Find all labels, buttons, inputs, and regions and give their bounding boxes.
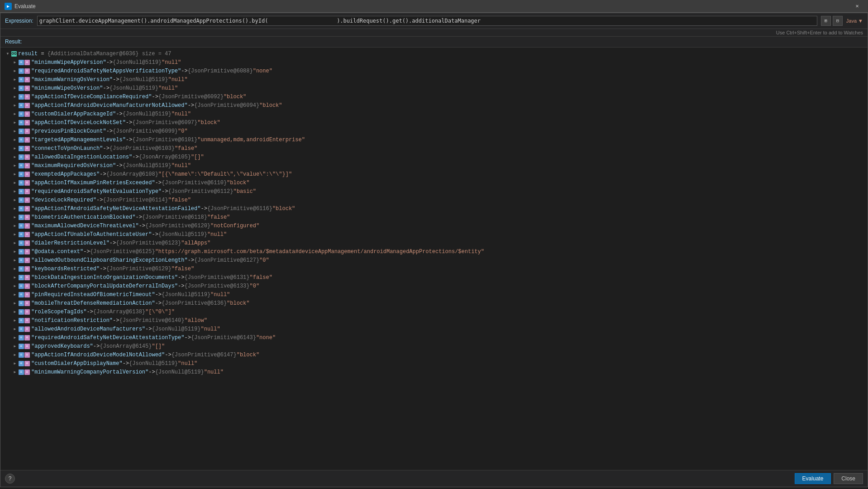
- tree-row[interactable]: ≡≡"exemptedAppPackages" -> {JsonArray@61…: [0, 170, 868, 178]
- tree-row[interactable]: ≡≡"maximumWarningOsVersion" -> {JsonNull…: [0, 75, 868, 84]
- tree-row[interactable]: ≡≡"notificationRestriction" -> {JsonPrim…: [0, 316, 868, 325]
- expand-expression-button[interactable]: ⊞: [821, 16, 831, 26]
- tree-row[interactable]: ≡≡"biometricAuthenticationBlocked" -> {J…: [0, 213, 868, 221]
- language-badge[interactable]: Java ▼: [846, 18, 863, 24]
- tree-row[interactable]: ≡≡"targetedAppManagementLevels" -> {Json…: [0, 135, 868, 144]
- expand-icon[interactable]: [11, 205, 19, 212]
- row-arrow: ->: [181, 68, 187, 74]
- expand-icon[interactable]: [11, 59, 19, 66]
- expand-icon[interactable]: [11, 326, 19, 333]
- expand-icon[interactable]: [11, 360, 19, 367]
- close-window-button[interactable]: ✕: [851, 0, 863, 13]
- expand-icon[interactable]: [11, 85, 19, 92]
- expand-icon[interactable]: [11, 231, 19, 238]
- row-value: "null": [207, 231, 227, 238]
- tree-row[interactable]: ≡≡"maximumAllowedDeviceThreatLevel" -> {…: [0, 221, 868, 230]
- close-button[interactable]: Close: [834, 473, 863, 484]
- tree-area[interactable]: OO result = {AdditionalDataManager@6036}…: [0, 48, 868, 470]
- tree-row[interactable]: ≡≡"pinRequiredInsteadOfBiometricTimeout"…: [0, 290, 868, 299]
- row-arrow: ->: [148, 369, 155, 375]
- shrink-expression-button[interactable]: ⊟: [833, 16, 843, 26]
- row-value: "false": [207, 214, 230, 221]
- tree-row[interactable]: ≡≡"minimumWarningCompanyPortalVersion" -…: [0, 368, 868, 376]
- tree-row[interactable]: ≡≡"connectToVpnOnLaunch" -> {JsonPrimiti…: [0, 144, 868, 153]
- expand-icon[interactable]: [11, 369, 19, 376]
- tree-root-row[interactable]: OO result = {AdditionalDataManager@6036}…: [0, 49, 868, 58]
- expand-icon[interactable]: [11, 257, 19, 264]
- tree-row[interactable]: ≡≡"blockAfterCompanyPortalUpdateDeferral…: [0, 282, 868, 290]
- tree-row[interactable]: ≡≡"appActionIfAndroidSafetyNetDeviceAtte…: [0, 204, 868, 213]
- expand-icon[interactable]: [11, 214, 19, 221]
- expression-input[interactable]: [37, 16, 817, 26]
- expand-icon[interactable]: [11, 171, 19, 178]
- expand-icon[interactable]: [11, 317, 19, 324]
- tree-row[interactable]: ≡≡"customDialerAppPackageId" -> {JsonNul…: [0, 110, 868, 118]
- expand-icon[interactable]: [11, 93, 19, 101]
- expand-icon[interactable]: [11, 76, 19, 83]
- field-icon: ≡: [19, 361, 24, 366]
- tree-row[interactable]: ≡≡"keyboardsRestricted" -> {JsonPrimitiv…: [0, 264, 868, 273]
- tree-row[interactable]: ≡≡"blockDataIngestionIntoOrganizationDoc…: [0, 273, 868, 282]
- tree-row[interactable]: ≡≡"allowedOutboundClipboardSharingExcept…: [0, 256, 868, 264]
- expand-icon[interactable]: [11, 153, 19, 161]
- tree-row[interactable]: ≡≡"mobileThreatDefenseRemediationAction"…: [0, 299, 868, 307]
- expand-icon[interactable]: [11, 265, 19, 273]
- tree-row[interactable]: ≡≡"minimumWipeAppVersion" -> {JsonNull@5…: [0, 58, 868, 67]
- expand-icon[interactable]: [11, 145, 19, 152]
- expand-icon[interactable]: [11, 162, 19, 169]
- expand-icon[interactable]: [11, 188, 19, 195]
- expand-icon[interactable]: [11, 67, 19, 75]
- tree-row[interactable]: ≡≡"customDialerAppDisplayName" -> {JsonN…: [0, 359, 868, 368]
- tree-row[interactable]: ≡≡"requiredAndroidSafetyNetAppsVerificat…: [0, 67, 868, 75]
- row-value: "basic": [233, 188, 256, 195]
- tree-row[interactable]: ≡≡"minimumWipeOsVersion" -> {JsonNull@51…: [0, 84, 868, 92]
- tree-row[interactable]: ≡≡"previousPinBlockCount" -> {JsonPrimit…: [0, 127, 868, 135]
- expand-icon[interactable]: [11, 110, 19, 118]
- help-button[interactable]: ?: [5, 474, 15, 484]
- tree-row[interactable]: ≡≡"maximumRequiredOsVersion" -> {JsonNul…: [0, 161, 868, 170]
- row-value: "null": [172, 163, 191, 169]
- expand-icon[interactable]: [11, 197, 19, 204]
- root-expand-icon[interactable]: [4, 50, 11, 58]
- expand-icon[interactable]: [11, 300, 19, 307]
- tree-row[interactable]: ≡≡"appActionIfDeviceLockNotSet" -> {Json…: [0, 118, 868, 127]
- field-icon: ≡: [19, 129, 24, 134]
- tree-row[interactable]: ≡≡"roleScopeTagIds" -> {JsonArray@6138} …: [0, 307, 868, 316]
- tree-row[interactable]: ≡≡"requiredAndroidSafetyNetEvaluationTyp…: [0, 187, 868, 196]
- expand-icon[interactable]: [11, 136, 19, 144]
- tree-row[interactable]: ≡≡"appActionIfDeviceComplianceRequired" …: [0, 92, 868, 101]
- tree-row[interactable]: ≡≡"allowedDataIngestionLocations" -> {Js…: [0, 153, 868, 161]
- tree-row[interactable]: ≡≡"@odata.context" -> {JsonPrimitive@612…: [0, 247, 868, 256]
- evaluate-button[interactable]: Evaluate: [795, 473, 831, 484]
- tree-row[interactable]: ≡≡"dialerRestrictionLevel" -> {JsonPrimi…: [0, 239, 868, 247]
- tree-row[interactable]: ≡≡"requiredAndroidSafetyNetDeviceAttesta…: [0, 333, 868, 342]
- tree-row[interactable]: ≡≡"approvedKeyboards" -> {JsonArray@6145…: [0, 342, 868, 350]
- tree-row[interactable]: ≡≡"appActionIfUnableToAuthenticateUser" …: [0, 230, 868, 239]
- field-icon: ≡: [19, 369, 24, 375]
- tree-row[interactable]: ≡≡"allowedAndroidDeviceManufacturers" ->…: [0, 325, 868, 333]
- tree-row[interactable]: ≡≡"appActionIfAndroidDeviceModelNotAllow…: [0, 350, 868, 359]
- expand-icon[interactable]: [11, 283, 19, 290]
- tree-row[interactable]: ≡≡"deviceLockRequired" -> {JsonPrimitive…: [0, 196, 868, 204]
- expand-icon[interactable]: [11, 119, 19, 126]
- expand-icon[interactable]: [11, 179, 19, 187]
- row-key: "appActionIfUnableToAuthenticateUser": [31, 231, 152, 238]
- expand-icon[interactable]: [11, 248, 19, 255]
- expand-icon[interactable]: [11, 308, 19, 316]
- expand-icon[interactable]: [11, 334, 19, 341]
- expand-icon[interactable]: [11, 343, 19, 350]
- expand-icon[interactable]: [11, 102, 19, 109]
- expand-icon[interactable]: [11, 291, 19, 298]
- root-key: result: [18, 51, 38, 57]
- tree-row[interactable]: ≡≡"appActionIfMaximumPinRetriesExceeded"…: [0, 178, 868, 187]
- expand-icon[interactable]: [11, 128, 19, 135]
- row-ref: {JsonPrimitive@6136}: [162, 300, 227, 307]
- expand-icon[interactable]: [11, 274, 19, 281]
- tree-row[interactable]: ≡≡"appActionIfAndroidDeviceManufacturerN…: [0, 101, 868, 110]
- row-arrow: ->: [155, 300, 162, 307]
- expand-icon[interactable]: [11, 222, 19, 230]
- expand-icon[interactable]: [11, 240, 19, 247]
- row-ref: {JsonPrimitive@6118}: [142, 214, 207, 221]
- field-icon: ≡: [19, 292, 24, 297]
- expand-icon[interactable]: [11, 351, 19, 359]
